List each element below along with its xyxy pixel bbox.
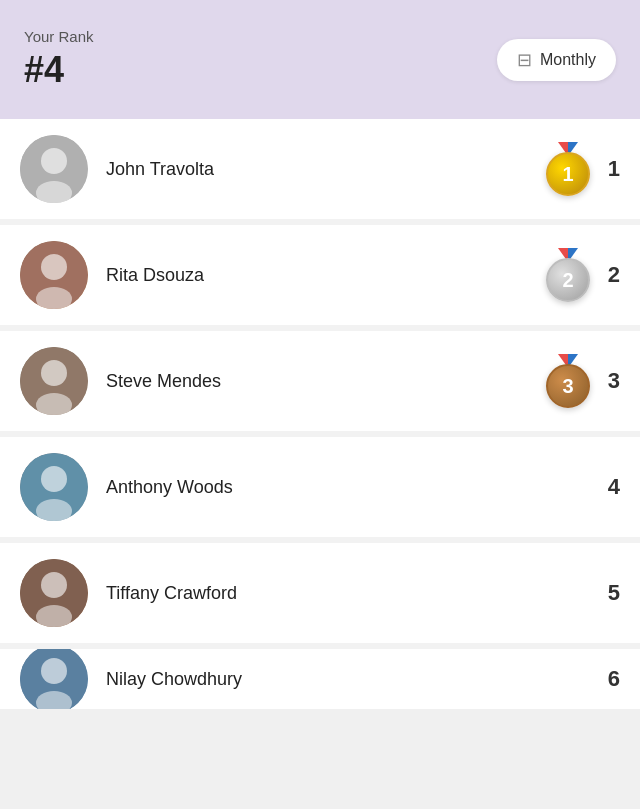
list-item[interactable]: Anthony Woods4 [0, 437, 640, 537]
header: Your Rank #4 ⊟ Monthly [0, 0, 640, 119]
svg-point-1 [41, 148, 67, 174]
medal-circle-bronze: 3 [546, 364, 590, 408]
rank-number: 3 [600, 368, 620, 394]
list-item[interactable]: Nilay Chowdhury6 [0, 649, 640, 709]
medal-circle-silver: 2 [546, 258, 590, 302]
avatar [20, 649, 88, 709]
user-name: Nilay Chowdhury [106, 669, 600, 690]
avatar [20, 135, 88, 203]
user-name: Anthony Woods [106, 477, 600, 498]
user-name: John Travolta [106, 159, 546, 180]
medal-bronze: 3 [546, 354, 590, 408]
list-item[interactable]: John Travolta 11 [0, 119, 640, 219]
list-item[interactable]: Steve Mendes 33 [0, 331, 640, 431]
your-rank-label: Your Rank [24, 28, 94, 45]
medal-gold: 1 [546, 142, 590, 196]
rank-badge-section: 5 [600, 580, 620, 606]
rank-section: Your Rank #4 [24, 28, 94, 91]
rank-badge-section: 22 [546, 248, 620, 302]
rank-number: 6 [600, 666, 620, 692]
avatar [20, 559, 88, 627]
user-name: Steve Mendes [106, 371, 546, 392]
rank-number: 1 [600, 156, 620, 182]
monthly-label: Monthly [540, 51, 596, 69]
leaderboard-list: John Travolta 11 Rita Dsouza 22 Steve Me… [0, 119, 640, 709]
avatar [20, 453, 88, 521]
list-item[interactable]: Tiffany Crawford5 [0, 543, 640, 643]
rank-number: 2 [600, 262, 620, 288]
avatar [20, 241, 88, 309]
rank-badge-section: 6 [600, 666, 620, 692]
avatar [20, 347, 88, 415]
rank-badge-section: 33 [546, 354, 620, 408]
rank-number: 4 [600, 474, 620, 500]
medal-circle-gold: 1 [546, 152, 590, 196]
svg-point-19 [41, 572, 67, 598]
svg-point-6 [41, 254, 67, 280]
rank-number: 5 [600, 580, 620, 606]
monthly-filter-button[interactable]: ⊟ Monthly [497, 39, 616, 81]
calendar-icon: ⊟ [517, 49, 532, 71]
medal-silver: 2 [546, 248, 590, 302]
user-name: Rita Dsouza [106, 265, 546, 286]
rank-badge-section: 11 [546, 142, 620, 196]
list-item[interactable]: Rita Dsouza 22 [0, 225, 640, 325]
rank-badge-section: 4 [600, 474, 620, 500]
svg-point-11 [41, 360, 67, 386]
user-name: Tiffany Crawford [106, 583, 600, 604]
svg-point-16 [41, 466, 67, 492]
svg-point-22 [41, 658, 67, 684]
rank-value: #4 [24, 49, 94, 91]
